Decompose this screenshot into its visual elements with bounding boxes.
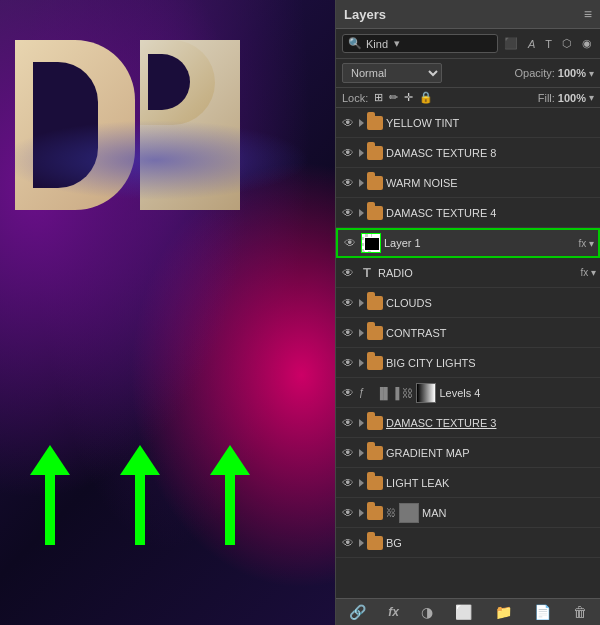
panel-menu-button[interactable]: ≡ (584, 6, 592, 22)
visibility-toggle[interactable]: 👁 (340, 145, 356, 161)
visibility-toggle[interactable]: 👁 (340, 475, 356, 491)
layer-row[interactable]: 👁 CONTRAST (336, 318, 600, 348)
blue-glow (10, 120, 310, 200)
main-container: Layers ≡ 🔍 Kind ▾ ⬛ A T ⬡ ◉ Normal (0, 0, 600, 625)
layer-name: DAMASC TEXTURE 8 (386, 147, 596, 159)
layer-row[interactable]: 👁 ⛓ MAN (336, 498, 600, 528)
search-dropdown-arrow[interactable]: ▾ (394, 37, 400, 50)
link-button[interactable]: 🔗 (349, 604, 366, 620)
visibility-toggle[interactable]: 👁 (340, 505, 356, 521)
expand-arrow[interactable] (359, 299, 364, 307)
visibility-toggle[interactable]: 👁 (340, 295, 356, 311)
folder-icon (367, 146, 383, 160)
visibility-toggle[interactable]: 👁 (340, 355, 356, 371)
man-thumbnail (399, 503, 419, 523)
expand-arrow[interactable] (359, 359, 364, 367)
panel-title: Layers (344, 7, 386, 22)
visibility-toggle[interactable]: 👁 (340, 535, 356, 551)
lock-brush-icon[interactable]: ✏ (389, 91, 398, 104)
visibility-toggle[interactable]: 👁 (340, 385, 356, 401)
visibility-toggle[interactable]: 👁 (340, 325, 356, 341)
mask-button[interactable]: ⬜ (455, 604, 472, 620)
layer-row[interactable]: 👁 ƒ ▐▌▐ ⛓ Levels 4 (336, 378, 600, 408)
search-icon: 🔍 (348, 37, 362, 50)
folder-icon (367, 116, 383, 130)
folder-icon (367, 476, 383, 490)
blend-mode-row: Normal Opacity: 100% ▾ (336, 59, 600, 88)
visibility-toggle[interactable]: 👁 (340, 115, 356, 131)
layer-name: CONTRAST (386, 327, 596, 339)
layer-row[interactable]: 👁 DAMASC TEXTURE 3 (336, 408, 600, 438)
layer-name: WARM NOISE (386, 177, 596, 189)
layer-name: BG (386, 537, 596, 549)
layer-row[interactable]: 👁 BIG CITY LIGHTS (336, 348, 600, 378)
layer-name: DAMASC TEXTURE 3 (386, 417, 596, 429)
layer-name: DAMASC TEXTURE 4 (386, 207, 596, 219)
expand-arrow[interactable] (359, 479, 364, 487)
visibility-toggle[interactable]: 👁 (340, 415, 356, 431)
fx-badge: fx ▾ (578, 238, 594, 249)
fx-button[interactable]: fx (388, 605, 399, 619)
layer-name: CLOUDS (386, 297, 596, 309)
layers-list: 👁 YELLOW TINT 👁 DAMASC TEXTURE 8 👁 WARM … (336, 108, 600, 598)
layer-row[interactable]: 👁 YELLOW TINT (336, 108, 600, 138)
expand-arrow[interactable] (359, 179, 364, 187)
text-layer-icon: T (359, 265, 375, 280)
filter-text-icon[interactable]: T (543, 37, 554, 51)
chain-icon: ⛓ (402, 387, 413, 399)
expand-arrow[interactable] (359, 209, 364, 217)
expand-arrow[interactable] (359, 329, 364, 337)
filter-adjust-icon[interactable]: A (526, 37, 537, 51)
delete-button[interactable]: 🗑 (573, 604, 587, 620)
layer-row[interactable]: 👁 BG (336, 528, 600, 558)
blend-mode-select[interactable]: Normal (342, 63, 442, 83)
levels-thumbnail (416, 383, 436, 403)
new-group-button[interactable]: 📁 (495, 604, 512, 620)
lock-icons: ⊞ ✏ ✛ 🔒 (374, 91, 433, 104)
new-layer-button[interactable]: 📄 (534, 604, 551, 620)
filter-pixel-icon[interactable]: ⬛ (502, 36, 520, 51)
fill-value[interactable]: 100% (558, 92, 586, 104)
lock-all-icon[interactable]: 🔒 (419, 91, 433, 104)
expand-arrow[interactable] (359, 149, 364, 157)
layer-row[interactable]: 👁 DAMASC TEXTURE 4 (336, 198, 600, 228)
opacity-dropdown[interactable]: ▾ (589, 68, 594, 79)
fill-dropdown[interactable]: ▾ (589, 92, 594, 103)
search-box[interactable]: 🔍 Kind ▾ (342, 34, 498, 53)
filter-smart-icon[interactable]: ◉ (580, 36, 594, 51)
arrow-3 (210, 445, 250, 545)
layer-row-selected[interactable]: 👁 Layer 1 fx ▾ (336, 228, 600, 258)
lock-move-icon[interactable]: ✛ (404, 91, 413, 104)
layer-name: MAN (422, 507, 596, 519)
filter-vector-icon[interactable]: ⬡ (560, 36, 574, 51)
expand-arrow[interactable] (359, 509, 364, 517)
visibility-toggle[interactable]: 👁 (340, 205, 356, 221)
layer-row[interactable]: 👁 WARM NOISE (336, 168, 600, 198)
layer-row[interactable]: 👁 LIGHT LEAK (336, 468, 600, 498)
letter-area (10, 30, 310, 250)
fill-label: Fill: (538, 92, 555, 104)
visibility-toggle[interactable]: 👁 (340, 445, 356, 461)
visibility-toggle[interactable]: 👁 (340, 175, 356, 191)
expand-arrow[interactable] (359, 449, 364, 457)
expand-arrow[interactable] (359, 419, 364, 427)
folder-icon (367, 296, 383, 310)
arrow-head-3 (210, 445, 250, 475)
layer-row[interactable]: 👁 GRADIENT MAP (336, 438, 600, 468)
arrow-1 (30, 445, 70, 545)
visibility-toggle[interactable]: 👁 (342, 235, 358, 251)
lock-checkerboard-icon[interactable]: ⊞ (374, 91, 383, 104)
panel-footer: 🔗 fx ◑ ⬜ 📁 📄 🗑 (336, 598, 600, 625)
layer-row[interactable]: 👁 T RADIO fx ▾ (336, 258, 600, 288)
expand-arrow[interactable] (359, 539, 364, 547)
expand-arrow[interactable] (359, 119, 364, 127)
opacity-value[interactable]: 100% (558, 67, 586, 79)
filter-icons: ⬛ A T ⬡ ◉ (502, 36, 594, 51)
visibility-toggle[interactable]: 👁 (340, 265, 356, 281)
layer-row[interactable]: 👁 DAMASC TEXTURE 8 (336, 138, 600, 168)
fx-badge: fx ▾ (580, 267, 596, 278)
folder-icon (367, 356, 383, 370)
search-label: Kind (366, 38, 388, 50)
new-fill-button[interactable]: ◑ (421, 604, 433, 620)
layer-row[interactable]: 👁 CLOUDS (336, 288, 600, 318)
